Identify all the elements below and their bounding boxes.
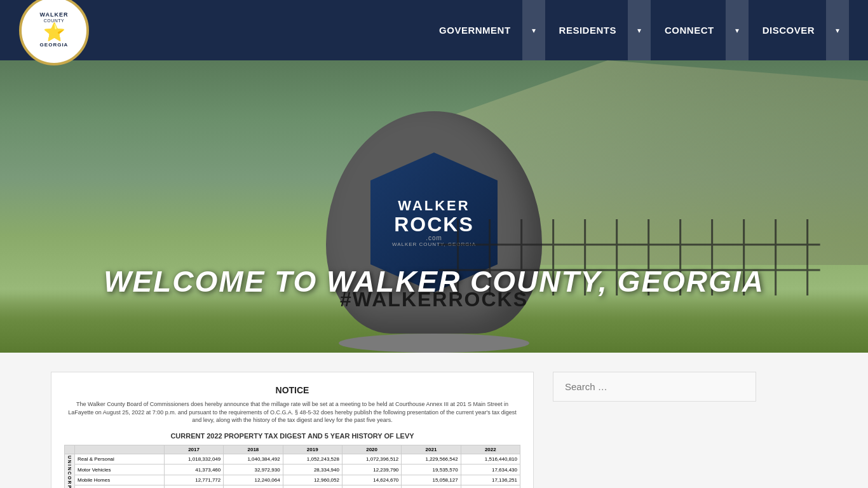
table-cell: 12,239,790 xyxy=(342,464,401,475)
search-input[interactable] xyxy=(553,372,756,402)
table-cell: 1,018,332,049 xyxy=(164,454,223,464)
table-header-category xyxy=(75,445,165,454)
table-cell: 1,229,566,542 xyxy=(402,454,461,464)
logo-georgia-text: GEORGIA xyxy=(40,43,69,48)
table-cell: 1,516,440,810 xyxy=(461,454,520,464)
table-cell: 464,867 xyxy=(283,485,342,488)
table-header-section xyxy=(65,445,75,454)
nav-item-connect: CONNECT ▾ xyxy=(653,0,749,60)
search-box xyxy=(553,372,756,402)
table-cell: 19,535,570 xyxy=(402,464,461,475)
table-cell: 12,771,772 xyxy=(164,475,223,485)
table-header-2022: 2022 xyxy=(461,445,520,454)
table-row-label: Mobile Homes xyxy=(75,475,165,485)
table-row: Mobile Homes12,771,77212,240,06412,960,0… xyxy=(65,475,520,485)
table-cell: 812,422 xyxy=(164,485,223,488)
table-cell: 28,334,940 xyxy=(283,464,342,475)
hero-section: WALKER ROCKS .com WALKER COUNTY, GEORGIA… xyxy=(0,60,868,353)
nav-link-connect[interactable]: CONNECT xyxy=(653,0,726,60)
logo-walker-text: WALKER xyxy=(40,12,69,18)
table-header-2018: 2018 xyxy=(224,445,283,454)
nav-item-discover: DISCOVER ▾ xyxy=(751,0,849,60)
main-content: NOTICE The Walker County Board of Commis… xyxy=(0,353,868,488)
nav-link-government[interactable]: GOVERNMENT xyxy=(428,0,522,60)
nav-dropdown-discover[interactable]: ▾ xyxy=(826,0,849,60)
table-cell: 370,864 xyxy=(402,485,461,488)
table-cell: 1,072,396,512 xyxy=(342,454,401,464)
table-cell: 32,972,930 xyxy=(224,464,283,475)
logo-star-icon: ⭐ xyxy=(40,23,69,43)
nav-link-residents[interactable]: RESIDENTS xyxy=(548,0,628,60)
table-cell: 762,345 xyxy=(224,485,283,488)
content-left: NOTICE The Walker County Board of Commis… xyxy=(51,372,534,488)
rock-base xyxy=(339,334,529,353)
table-row: Motor Vehicles41,373,46032,972,93028,334… xyxy=(65,464,520,475)
notice-text: The Walker County Board of Commissioners… xyxy=(64,400,520,424)
table-cell: 12,960,052 xyxy=(283,475,342,485)
nav-dropdown-residents[interactable]: ▾ xyxy=(628,0,651,60)
table-row: UNINCORPORATEDReal & Personal1,018,332,0… xyxy=(65,454,520,464)
badge-walker-text: WALKER xyxy=(398,198,470,214)
nav-item-government: GOVERNMENT ▾ xyxy=(428,0,545,60)
tax-digest-table: 2017 2018 2019 2020 2021 2022 UNINCORPOR… xyxy=(64,445,520,488)
notice-title: NOTICE xyxy=(64,385,520,395)
content-right xyxy=(553,372,756,488)
nav-dropdown-government[interactable]: ▾ xyxy=(522,0,545,60)
table-cell: 41,373,460 xyxy=(164,464,223,475)
table-row-label: Real & Personal xyxy=(75,454,165,464)
table-row-label: Motor Vehicles xyxy=(75,464,165,475)
table-header-2017: 2017 xyxy=(164,445,223,454)
table-cell: 1,052,243,528 xyxy=(283,454,342,464)
site-header: WALKER COUNTY ⭐ GEORGIA GOVERNMENT ▾ RES… xyxy=(0,0,868,60)
table-header-2021: 2021 xyxy=(402,445,461,454)
table-cell: 14,624,670 xyxy=(342,475,401,485)
table-header-2019: 2019 xyxy=(283,445,342,454)
main-nav: GOVERNMENT ▾ RESIDENTS ▾ CONNECT ▾ DISCO… xyxy=(428,0,849,60)
table-cell: 535,539 xyxy=(461,485,520,488)
table-cell: 492,710 xyxy=(342,485,401,488)
nav-item-residents: RESIDENTS ▾ xyxy=(548,0,651,60)
table-header-2020: 2020 xyxy=(342,445,401,454)
table-cell: 17,634,430 xyxy=(461,464,520,475)
table-cell: 15,058,127 xyxy=(402,475,461,485)
notice-box: NOTICE The Walker County Board of Commis… xyxy=(51,372,534,488)
nav-dropdown-connect[interactable]: ▾ xyxy=(726,0,749,60)
table-cell: 17,136,251 xyxy=(461,475,520,485)
table-cell: 1,040,384,492 xyxy=(224,454,283,464)
table-title: CURRENT 2022 PROPERTY TAX DIGEST AND 5 Y… xyxy=(64,432,520,440)
nav-link-discover[interactable]: DISCOVER xyxy=(751,0,826,60)
hashtag-text: #WALKERROCKS xyxy=(340,288,528,311)
table-row: Timber - 100%812,422762,345464,867492,71… xyxy=(65,485,520,488)
table-section-label: UNINCORPORATED xyxy=(65,454,75,488)
site-logo[interactable]: WALKER COUNTY ⭐ GEORGIA xyxy=(19,0,89,65)
table-row-label: Timber - 100% xyxy=(75,485,165,488)
table-cell: 12,240,064 xyxy=(224,475,283,485)
